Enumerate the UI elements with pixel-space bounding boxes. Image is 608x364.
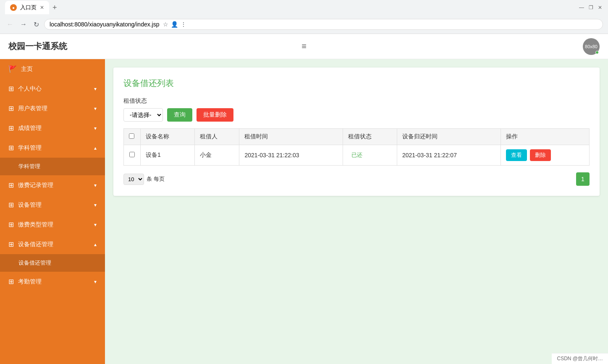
sidebar-subitem-subject[interactable]: 学科管理 bbox=[0, 158, 105, 175]
sidebar-item-label: 成绩管理 bbox=[18, 125, 94, 132]
sidebar-item-label: 主页 bbox=[21, 65, 97, 73]
arrow-icon: ▾ bbox=[94, 279, 97, 285]
app-body: 🚩 主页 ⊞ 个人中心 ▾ ⊞ 用户表管理 ▾ ⊞ 成绩管理 ▾ ⊞ 学科管理 … bbox=[0, 59, 608, 364]
bookmark-icon[interactable]: ☆ bbox=[163, 21, 168, 28]
row-return-time: 2021-03-31 21:22:07 bbox=[397, 145, 501, 166]
query-button[interactable]: 查询 bbox=[167, 108, 192, 122]
active-tab[interactable]: ● 入口页 ✕ bbox=[5, 1, 49, 14]
bottom-bar: CSDN @曾几何时… bbox=[552, 353, 608, 364]
sidebar: 🚩 主页 ⊞ 个人中心 ▾ ⊞ 用户表管理 ▾ ⊞ 成绩管理 ▾ ⊞ 学科管理 … bbox=[0, 59, 105, 364]
sidebar-item-device-mgmt[interactable]: ⊞ 设备管理 ▾ bbox=[0, 195, 105, 215]
window-minimize-button[interactable]: — bbox=[579, 5, 584, 10]
col-borrower: 租借人 bbox=[194, 129, 239, 145]
flag-icon: 🚩 bbox=[8, 65, 17, 73]
page-size-select[interactable]: 10 20 50 bbox=[123, 174, 144, 185]
sidebar-item-fee-type[interactable]: ⊞ 缴费类型管理 ▾ bbox=[0, 215, 105, 234]
pagination-section: 10 20 50 条 每页 1 bbox=[123, 172, 590, 186]
page-title: 设备借还列表 bbox=[123, 78, 590, 89]
view-button[interactable]: 查看 bbox=[506, 149, 527, 161]
grid-icon: ⊞ bbox=[8, 124, 14, 132]
sidebar-item-label: 设备借还管理 bbox=[18, 241, 94, 248]
content-card: 设备借还列表 租借状态 -请选择- 已还 未还 查询 批量删除 bbox=[113, 68, 600, 196]
new-tab-button[interactable]: + bbox=[52, 3, 57, 12]
tab-bar: ● 入口页 ✕ + bbox=[5, 1, 57, 14]
grid-icon: ⊞ bbox=[8, 240, 14, 248]
sidebar-subitem-device-borrow[interactable]: 设备借还管理 bbox=[0, 254, 105, 272]
delete-button[interactable]: 删除 bbox=[530, 149, 551, 161]
address-bar-icons: ☆ 👤 ⋮ bbox=[163, 21, 186, 28]
tab-title: 入口页 bbox=[20, 4, 37, 11]
pagination: 1 bbox=[576, 172, 590, 186]
sidebar-item-subject-mgmt[interactable]: ⊞ 学科管理 ▴ bbox=[0, 138, 105, 158]
row-status: 已还 bbox=[343, 145, 397, 166]
window-maximize-button[interactable]: ❐ bbox=[588, 5, 594, 10]
arrow-up-icon: ▴ bbox=[94, 242, 97, 247]
hamburger-button[interactable]: ≡ bbox=[301, 42, 307, 51]
footer-text: CSDN @曾几何时… bbox=[557, 356, 603, 361]
arrow-icon: ▾ bbox=[94, 106, 97, 112]
select-all-checkbox[interactable] bbox=[129, 133, 134, 139]
account-icon[interactable]: 👤 bbox=[171, 21, 178, 28]
row-borrow-time: 2021-03-31 21:22:03 bbox=[239, 145, 343, 166]
reload-button[interactable]: ↻ bbox=[32, 19, 41, 30]
forward-button[interactable]: → bbox=[18, 19, 29, 30]
batch-delete-button[interactable]: 批量删除 bbox=[197, 108, 233, 122]
filter-label: 租借状态 bbox=[123, 97, 590, 105]
sidebar-subitem-label: 设备借还管理 bbox=[18, 260, 51, 266]
table-body: 设备1 小金 2021-03-31 21:22:03 已还 2021-03-31… bbox=[124, 145, 590, 166]
col-device-name: 设备名称 bbox=[141, 129, 195, 145]
grid-icon: ⊞ bbox=[8, 144, 14, 152]
filter-section: 租借状态 -请选择- 已还 未还 查询 批量删除 bbox=[123, 97, 590, 122]
main-content: 设备借还列表 租借状态 -请选择- 已还 未还 查询 批量删除 bbox=[105, 59, 608, 364]
sidebar-item-device-borrow[interactable]: ⊞ 设备借还管理 ▴ bbox=[0, 234, 105, 254]
row-checkbox[interactable] bbox=[129, 152, 135, 157]
row-borrower: 小金 bbox=[194, 145, 239, 166]
arrow-icon: ▾ bbox=[94, 202, 97, 208]
page-size-section: 10 20 50 条 每页 bbox=[123, 174, 165, 185]
sidebar-item-label: 设备管理 bbox=[18, 201, 94, 209]
row-actions: 查看 删除 bbox=[501, 145, 589, 166]
sidebar-item-personal[interactable]: ⊞ 个人中心 ▾ bbox=[0, 79, 105, 99]
back-button[interactable]: ← bbox=[5, 19, 15, 30]
sidebar-item-user-mgmt[interactable]: ⊞ 用户表管理 ▾ bbox=[0, 99, 105, 118]
browser-toolbar: ← → ↻ localhost:8080/xiaoyuanyikatong/in… bbox=[0, 15, 608, 34]
browser-menu-icon[interactable]: ⋮ bbox=[181, 21, 186, 28]
sidebar-item-label: 学科管理 bbox=[18, 144, 94, 152]
grid-icon: ⊞ bbox=[8, 104, 14, 112]
page-button-1[interactable]: 1 bbox=[576, 172, 590, 186]
avatar-online-dot bbox=[595, 51, 599, 54]
sidebar-item-label: 用户表管理 bbox=[18, 105, 94, 112]
app-title: 校园一卡通系统 bbox=[8, 41, 285, 52]
col-action: 操作 bbox=[501, 129, 589, 145]
window-controls: — ❐ ✕ bbox=[579, 5, 603, 10]
col-borrow-time: 租借时间 bbox=[239, 129, 343, 145]
data-table: 设备名称 租借人 租借时间 租借状态 设备归还时间 操作 设备1 小金 2021… bbox=[123, 128, 590, 166]
col-status: 租借状态 bbox=[343, 129, 397, 145]
grid-icon: ⊞ bbox=[8, 85, 14, 93]
arrow-icon: ▾ bbox=[94, 86, 97, 92]
sidebar-item-home[interactable]: 🚩 主页 bbox=[0, 59, 105, 79]
window-close-button[interactable]: ✕ bbox=[597, 5, 603, 10]
app-header: 校园一卡通系统 ≡ 80x80 bbox=[0, 34, 608, 59]
grid-icon: ⊞ bbox=[8, 221, 14, 229]
user-avatar[interactable]: 80x80 bbox=[583, 38, 600, 55]
sidebar-item-attendance[interactable]: ⊞ 考勤管理 ▾ bbox=[0, 272, 105, 291]
table-row: 设备1 小金 2021-03-31 21:22:03 已还 2021-03-31… bbox=[124, 145, 590, 166]
filter-row: -请选择- 已还 未还 查询 批量删除 bbox=[123, 108, 590, 122]
header-checkbox-col bbox=[124, 129, 141, 145]
status-filter-select[interactable]: -请选择- 已还 未还 bbox=[123, 108, 163, 122]
sidebar-item-fee-record[interactable]: ⊞ 缴费记录管理 ▾ bbox=[0, 175, 105, 195]
arrow-icon: ▾ bbox=[94, 125, 97, 131]
grid-icon: ⊞ bbox=[8, 181, 14, 189]
address-bar[interactable]: localhost:8080/xiaoyuanyikatong/index.js… bbox=[44, 19, 603, 30]
sidebar-item-label: 考勤管理 bbox=[18, 278, 94, 286]
arrow-icon: ▾ bbox=[94, 222, 97, 228]
tab-close-button[interactable]: ✕ bbox=[40, 5, 44, 10]
sidebar-item-score-mgmt[interactable]: ⊞ 成绩管理 ▾ bbox=[0, 118, 105, 138]
table-header-row: 设备名称 租借人 租借时间 租借状态 设备归还时间 操作 bbox=[124, 129, 590, 145]
grid-icon: ⊞ bbox=[8, 278, 14, 286]
address-text: localhost:8080/xiaoyuanyikatong/index.js… bbox=[50, 21, 160, 28]
tab-favicon: ● bbox=[10, 4, 17, 11]
col-return-time: 设备归还时间 bbox=[397, 129, 501, 145]
browser-chrome: ● 入口页 ✕ + — ❐ ✕ ← → ↻ localhost:8080/xia… bbox=[0, 0, 608, 34]
